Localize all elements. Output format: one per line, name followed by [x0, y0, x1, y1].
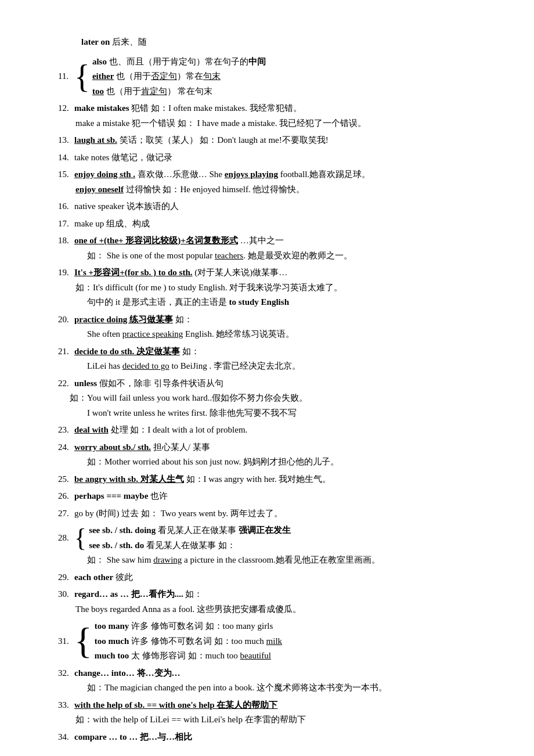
item-27-main: 27.go by (时间) 过去 如： Two years went by. 两…: [58, 506, 488, 521]
item-18-sub: 如： She is one of the most popular teache…: [58, 249, 488, 264]
brace-11-row-2: either 也（用于否定句）常在句末: [92, 69, 266, 84]
brace-31-row-2: too much 许多 修饰不可数名词 如：too much milk: [95, 634, 282, 649]
item-13-main: 13.laugh at sb. 笑话；取笑（某人） 如：Don't laugh …: [58, 133, 488, 148]
brace-28-row-2: see sb. / sth. do 看见某人在做某事 如：: [89, 538, 291, 553]
document-container: later on 后来、随 11. { also 也、而且（用于肯定句）常在句子…: [58, 35, 488, 744]
item-21: 21.decide to do sth. 决定做某事 如： LiLei has …: [58, 344, 488, 374]
item-15: 15.enjoy doing sth . 喜欢做…乐意做… She enjoys…: [58, 167, 488, 197]
item-12-main: 12.make mistakes 犯错 如：I often make mista…: [58, 101, 488, 116]
item-25-main: 25.be angry with sb. 对某人生气 如：I was angry…: [58, 472, 488, 487]
item-26: 26.perhaps === maybe 也许: [58, 489, 488, 504]
item-34-main: 34.compare … to … 把…与…相比: [58, 730, 488, 745]
item-30-sub: The boys regarded Anna as a fool. 这些男孩把安…: [58, 602, 488, 617]
header-text: later on: [58, 37, 110, 46]
item-25: 25.be angry with sb. 对某人生气 如：I was angry…: [58, 472, 488, 487]
item-21-main: 21.decide to do sth. 决定做某事 如：: [58, 344, 488, 359]
item-18: 18.one of +(the+ 形容词比较级)+名词复数形式 …其中之一 如：…: [58, 233, 488, 263]
brace-31-symbol: {: [74, 619, 92, 664]
item-20-main: 20.practice doing 练习做某事 如：: [58, 312, 488, 327]
item-32: 32.change… into… 将…变为… 如：The magician ch…: [58, 666, 488, 696]
brace-28-symbol: {: [74, 523, 86, 553]
item-34: 34.compare … to … 把…与…相比: [58, 730, 488, 745]
item-19-main: 19.It's +形容词+(for sb. ) to do sth. (对于某人…: [58, 265, 488, 280]
item-31: 31. { too many 许多 修饰可数名词 如：too many girl…: [58, 619, 488, 664]
brace-28-content: see sb. / sth. doing 看见某人正在做某事 强调正在发生 se…: [89, 523, 291, 553]
item-11: 11. { also 也、而且（用于肯定句）常在句子的中间 either 也（用…: [58, 55, 488, 99]
item-16-main: 16.native speaker 说本族语的人: [58, 199, 488, 214]
item-19-sub2: 句中的 it 是形式主语，真正的主语是 to study English: [58, 295, 488, 310]
item-24: 24.worry about sb./ sth. 担心某人/ 某事 如：Moth…: [58, 440, 488, 470]
item-16: 16.native speaker 说本族语的人: [58, 199, 488, 214]
item-29-main: 29.each other 彼此: [58, 570, 488, 585]
item-15-main: 15.enjoy doing sth . 喜欢做…乐意做… She enjoys…: [58, 167, 488, 182]
item-33-sub: 如：with the help of LiLei == with LiLei's…: [58, 712, 488, 728]
brace-11-content: also 也、而且（用于肯定句）常在句子的中间 either 也（用于否定句）常…: [92, 55, 266, 99]
item-22-sub1: 如：You will fail unless you work hard..假如…: [58, 391, 488, 406]
item-17: 17.make up 组成、构成: [58, 217, 488, 232]
item-22: 22.unless 假如不，除非 引导条件状语从句 如：You will fai…: [58, 376, 488, 421]
item-18-main: 18.one of +(the+ 形容词比较级)+名词复数形式 …其中之一: [58, 233, 488, 249]
item-15-sub: enjoy oneself 过得愉快 如：He enjoyed himself.…: [58, 182, 488, 197]
item-19-sub1: 如：It's difficult (for me ) to study Engl…: [58, 280, 488, 296]
item-27: 27.go by (时间) 过去 如： Two years went by. 两…: [58, 506, 488, 521]
item-12: 12.make mistakes 犯错 如：I often make mista…: [58, 101, 488, 131]
item-28: 28. { see sb. / sth. doing 看见某人正在做某事 强调正…: [58, 523, 488, 568]
brace-31-row-1: too many 许多 修饰可数名词 如：too many girls: [95, 619, 282, 634]
item-26-main: 26.perhaps === maybe 也许: [58, 489, 488, 504]
item-12-sub: make a mistake 犯一个错误 如： I have made a mi…: [58, 116, 488, 131]
item-22-sub2: I won't write unless he writes first. 除非…: [58, 406, 488, 421]
item-29: 29.each other 彼此: [58, 570, 488, 585]
item-22-main: 22.unless 假如不，除非 引导条件状语从句: [58, 376, 488, 391]
brace-11-symbol: {: [74, 55, 90, 99]
item-23: 23.deal with 处理 如：I dealt with a lot of …: [58, 423, 488, 438]
item-30-main: 30.regard… as … 把…看作为.... 如：: [58, 587, 488, 602]
item-21-sub: LiLei has decided to go to BeiJing . 李雷已…: [58, 359, 488, 374]
item-24-main: 24.worry about sb./ sth. 担心某人/ 某事: [58, 440, 488, 455]
item-14: 14.take notes 做笔记，做记录: [58, 150, 488, 165]
item-32-main: 32.change… into… 将…变为…: [58, 666, 488, 681]
header-chinese: 后来、随: [112, 37, 147, 46]
item-23-main: 23.deal with 处理 如：I dealt with a lot of …: [58, 423, 488, 438]
item-24-sub: 如：Mother worried about his son just now.…: [58, 455, 488, 470]
brace-31-content: too many 许多 修饰可数名词 如：too many girls too …: [95, 619, 282, 664]
item-28-sub: 如： She saw him drawing a picture in the …: [58, 553, 488, 568]
item-11-number: 11.: [58, 69, 74, 84]
item-30: 30.regard… as … 把…看作为.... 如： The boys re…: [58, 587, 488, 617]
item-33: 33.with the help of sb. == with one's he…: [58, 698, 488, 728]
item-32-sub: 如：The magician changed the pen into a bo…: [58, 681, 488, 696]
item-20: 20.practice doing 练习做某事 如： She often pra…: [58, 312, 488, 342]
item-33-main: 33.with the help of sb. == with one's he…: [58, 698, 488, 713]
item-17-main: 17.make up 组成、构成: [58, 217, 488, 232]
brace-31-row-3: much too 太 修饰形容词 如：much too beautiful: [95, 649, 282, 664]
brace-11-row-3: too 也（用于肯定句） 常在句末: [92, 84, 266, 99]
brace-11-row-1: also 也、而且（用于肯定句）常在句子的中间: [92, 55, 266, 70]
item-13: 13.laugh at sb. 笑话；取笑（某人） 如：Don't laugh …: [58, 133, 488, 148]
item-28-number: 28.: [58, 531, 74, 546]
brace-28-row-1: see sb. / sth. doing 看见某人正在做某事 强调正在发生: [89, 523, 291, 538]
item-14-main: 14.take notes 做笔记，做记录: [58, 150, 488, 165]
item-19: 19.It's +形容词+(for sb. ) to do sth. (对于某人…: [58, 265, 488, 310]
header-section: later on 后来、随: [58, 35, 488, 50]
item-31-number: 31.: [58, 634, 74, 649]
item-20-sub: She often practice speaking English. 她经常…: [58, 327, 488, 342]
